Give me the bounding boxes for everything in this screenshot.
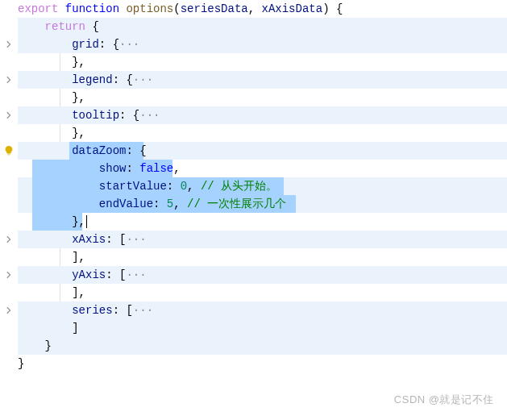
code-line: ],	[18, 248, 507, 266]
lightbulb-icon[interactable]	[0, 142, 18, 160]
code-editor: export function options(seriesData, xAxi…	[0, 0, 507, 372]
code-line: },	[18, 124, 507, 142]
code-line: startValue: 0, // 从头开始。	[18, 177, 507, 195]
code-line: endValue: 5, // 一次性展示几个	[18, 195, 507, 213]
fold-chevron[interactable]	[0, 266, 18, 284]
fold-chevron[interactable]	[0, 35, 18, 53]
code-line: grid: {···	[18, 35, 507, 53]
code-line: series: [···	[18, 301, 507, 319]
fold-gutter	[0, 0, 18, 372]
code-line: ],	[18, 284, 507, 301]
fold-chevron[interactable]	[0, 231, 18, 248]
text-cursor	[86, 215, 87, 228]
code-line: },	[18, 53, 507, 71]
fold-chevron[interactable]	[0, 301, 18, 319]
code-line: },	[18, 89, 507, 106]
code-line: ]	[18, 319, 507, 337]
code-line: }	[18, 337, 507, 355]
code-line: return {	[18, 18, 507, 35]
code-line: dataZoom: {	[18, 142, 507, 160]
code-line: },	[18, 213, 507, 231]
fold-chevron[interactable]	[0, 106, 18, 124]
code-line: show: false,	[18, 160, 507, 177]
code-line: tooltip: {···	[18, 106, 507, 124]
code-line: }	[18, 355, 507, 372]
code-line: export function options(seriesData, xAxi…	[18, 0, 507, 18]
code-line: legend: {···	[18, 71, 507, 89]
fold-chevron[interactable]	[0, 71, 18, 89]
watermark: CSDN @就是记不住	[394, 391, 494, 409]
code-line: yAxis: [···	[18, 266, 507, 284]
code-line: xAxis: [···	[18, 231, 507, 248]
code-area[interactable]: export function options(seriesData, xAxi…	[18, 0, 507, 372]
